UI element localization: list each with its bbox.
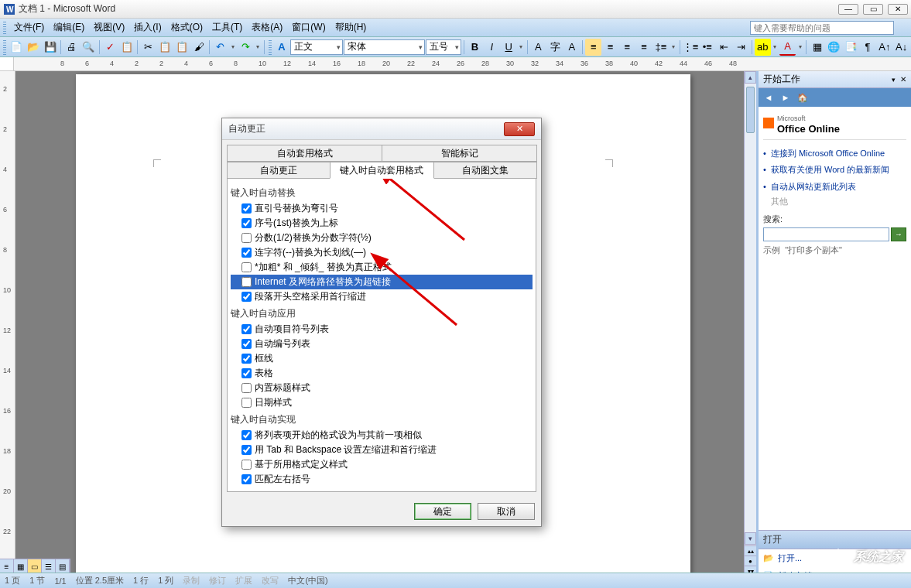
checkbox-option[interactable]: 基于所用格式定义样式 <box>231 457 533 472</box>
shrink-font-icon[interactable]: A↓ <box>893 39 909 56</box>
checkbox-option[interactable]: 表格 <box>231 366 533 381</box>
menu-grip[interactable] <box>3 22 6 34</box>
link-auto-update[interactable]: 自动从网站更新此列表 <box>763 179 906 193</box>
menu-insert[interactable]: 插入(I) <box>129 19 166 36</box>
align-center-icon[interactable]: ≡ <box>602 39 618 56</box>
bullets-icon[interactable]: •≡ <box>699 39 715 56</box>
checkbox-option[interactable]: 匹配左右括号 <box>231 472 533 487</box>
menu-view[interactable]: 视图(V) <box>89 19 129 36</box>
checkbox-option[interactable]: 自动项目符号列表 <box>231 322 533 337</box>
checkbox-option[interactable]: 序号(1st)替换为上标 <box>231 216 533 231</box>
checkbox[interactable] <box>241 383 252 393</box>
checkbox-option[interactable]: 段落开头空格采用首行缩进 <box>231 289 533 304</box>
nav-back-icon[interactable]: ◄ <box>762 91 776 104</box>
checkbox-option[interactable]: 自动编号列表 <box>231 337 533 351</box>
menu-file[interactable]: 文件(F) <box>9 19 49 36</box>
align-right-icon[interactable]: ≡ <box>619 39 635 56</box>
menu-edit[interactable]: 编辑(E) <box>49 19 89 36</box>
paste-icon[interactable]: 📋 <box>174 39 190 56</box>
sb-ovr[interactable]: 改写 <box>262 575 279 586</box>
format-painter-icon[interactable]: 🖌 <box>191 39 207 56</box>
bold-icon[interactable]: B <box>467 39 483 56</box>
vertical-ruler[interactable]: 2246810121416182022 <box>0 71 15 588</box>
link-connect-office[interactable]: 连接到 Microsoft Office Online <box>763 146 906 160</box>
nav-home-icon[interactable]: 🏠 <box>796 91 810 104</box>
drawing-icon[interactable]: 🌐 <box>826 39 842 56</box>
checkbox[interactable] <box>241 262 252 272</box>
browse-object-icon[interactable]: ● <box>745 556 756 566</box>
dialog-titlebar[interactable]: 自动更正 ✕ <box>222 118 541 140</box>
ok-button[interactable]: 确定 <box>414 503 471 520</box>
styles-icon[interactable]: A <box>274 39 290 56</box>
checkbox-option[interactable]: 将列表项开始的格式设为与其前一项相似 <box>231 428 533 443</box>
menu-window[interactable]: 窗口(W) <box>287 19 330 36</box>
toolbar2-grip[interactable] <box>269 39 272 55</box>
cancel-button[interactable]: 取消 <box>478 503 535 520</box>
fontsize-combo[interactable]: 五号 <box>426 39 461 55</box>
align-left-icon[interactable]: ≡ <box>585 39 601 56</box>
checkbox[interactable] <box>241 354 252 364</box>
underline-icon[interactable]: U <box>501 39 517 56</box>
save-icon[interactable]: 💾 <box>42 39 58 56</box>
spellcheck-icon[interactable]: ✓ <box>102 39 118 56</box>
checkbox[interactable] <box>241 292 252 302</box>
dialog-close-button[interactable]: ✕ <box>504 122 535 136</box>
show-marks-icon[interactable]: ¶ <box>860 39 876 56</box>
checkbox[interactable] <box>241 218 252 228</box>
checkbox[interactable] <box>241 445 252 455</box>
print-icon[interactable]: 🖨 <box>63 39 80 56</box>
undo-dropdown[interactable]: ▾ <box>229 43 236 50</box>
doc-map-icon[interactable]: 📑 <box>843 39 859 56</box>
char-shading-icon[interactable]: 字 <box>547 39 563 56</box>
prev-page-icon[interactable]: ▴▴ <box>745 545 756 556</box>
menu-help[interactable]: 帮助(H) <box>330 19 372 36</box>
highlight-icon[interactable]: ab <box>755 39 771 56</box>
tab-autotext[interactable]: 自动图文集 <box>433 162 537 179</box>
search-go-button[interactable]: → <box>891 227 906 241</box>
checkbox-option[interactable]: Internet 及网络路径替换为超链接 <box>231 275 533 289</box>
print-view-icon[interactable]: ▭ <box>28 559 42 573</box>
columns-icon[interactable]: ▦ <box>809 39 825 56</box>
close-button[interactable]: ✕ <box>888 4 908 15</box>
checkbox[interactable] <box>241 324 252 334</box>
line-spacing-icon[interactable]: ‡≡ <box>652 39 669 56</box>
checkbox-option[interactable]: 分数(1/2)替换为分数字符(½) <box>231 231 533 245</box>
cut-icon[interactable]: ✂ <box>140 39 156 56</box>
web-view-icon[interactable]: ▦ <box>14 559 28 573</box>
checkbox-option[interactable]: 日期样式 <box>231 395 533 410</box>
checkbox[interactable] <box>241 398 252 408</box>
checkbox[interactable] <box>241 368 252 378</box>
outline-view-icon[interactable]: ☰ <box>42 559 56 573</box>
link-word-news[interactable]: 获取有关使用 Word 的最新新闻 <box>763 162 906 176</box>
checkbox[interactable] <box>241 248 252 258</box>
checkbox[interactable] <box>241 203 252 214</box>
checkbox-option[interactable]: 框线 <box>231 351 533 366</box>
checkbox-option[interactable]: *加粗* 和 _倾斜_ 替换为真正格式 <box>231 260 533 275</box>
sb-rec[interactable]: 录制 <box>183 575 200 586</box>
tab-autoformat-asyoutype[interactable]: 键入时自动套用格式 <box>330 162 433 179</box>
new-doc-icon[interactable]: 📄 <box>9 39 25 56</box>
scroll-up-icon[interactable]: ▴ <box>745 71 756 84</box>
maximize-button[interactable]: ▭ <box>863 4 883 15</box>
horizontal-ruler[interactable]: 8642246810121416182022242628303234363840… <box>0 57 911 71</box>
checkbox-option[interactable]: 直引号替换为弯引号 <box>231 201 533 216</box>
redo-icon[interactable]: ↷ <box>238 39 254 56</box>
taskpane-search-input[interactable] <box>763 227 889 241</box>
highlight-dropdown[interactable]: ▾ <box>772 43 779 50</box>
sb-ext[interactable]: 扩展 <box>235 575 252 586</box>
menu-table[interactable]: 表格(A) <box>247 19 287 36</box>
help-search-input[interactable] <box>750 21 894 35</box>
scroll-thumb[interactable] <box>746 87 755 133</box>
checkbox[interactable] <box>241 339 252 349</box>
char-border-icon[interactable]: A <box>530 39 546 56</box>
char-scaling-icon[interactable]: A <box>564 39 581 56</box>
sb-rev[interactable]: 修订 <box>209 575 226 586</box>
copy-icon[interactable]: 📋 <box>157 39 173 56</box>
minimize-button[interactable]: — <box>838 4 858 15</box>
style-combo[interactable]: 正文 <box>290 39 342 55</box>
menu-tools[interactable]: 工具(T) <box>207 19 247 36</box>
checkbox-option[interactable]: 内置标题样式 <box>231 381 533 395</box>
open-file-action[interactable]: 📂 打开... <box>759 549 911 567</box>
checkbox-option[interactable]: 用 Tab 和 Backspace 设置左缩进和首行缩进 <box>231 443 533 457</box>
font-combo[interactable]: 宋体 <box>344 39 425 55</box>
